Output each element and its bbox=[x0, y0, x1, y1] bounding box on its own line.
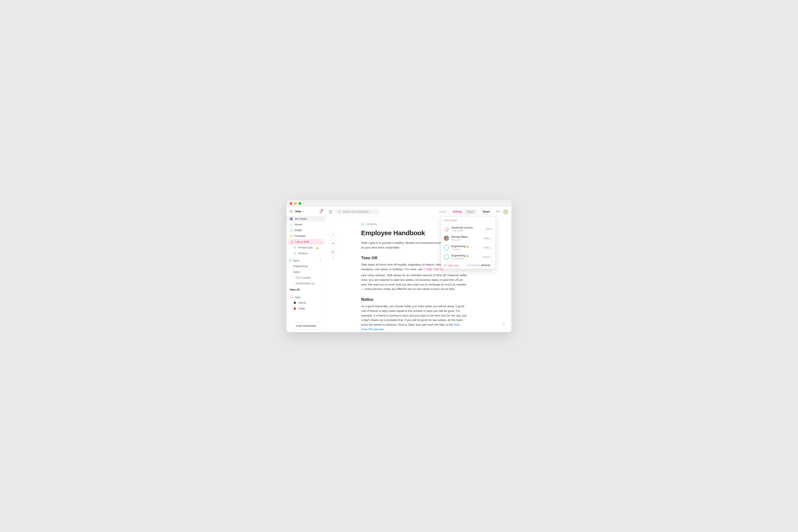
sidebar-topic-sales[interactable]: Sales ⌄ bbox=[287, 269, 325, 275]
link-icon bbox=[444, 264, 446, 267]
like-button[interactable] bbox=[330, 249, 336, 255]
chevron-down-icon[interactable]: ⌄ bbox=[321, 247, 322, 249]
topbar: Search for knowledge... Saved Editing Re… bbox=[326, 207, 511, 216]
chevron-down-icon: ⌄ bbox=[491, 246, 493, 249]
topic-ring-icon bbox=[293, 246, 297, 249]
doc-paragraph[interactable]: Like many startups, Slab allows for an u… bbox=[361, 273, 468, 291]
more-menu-button[interactable]: ••• bbox=[496, 210, 500, 213]
link-access-value: Internal bbox=[481, 264, 490, 266]
share-row-name: Michael Black bbox=[451, 235, 481, 239]
current-user-avatar[interactable] bbox=[503, 209, 508, 214]
apps-icon bbox=[290, 295, 293, 299]
share-popover: Add people Savannah Lennox Copy Editor O… bbox=[441, 216, 495, 269]
invite-teammates-button[interactable]: Invite teammates bbox=[289, 322, 323, 329]
app-window: S Slab ▾ Jon Snow bbox=[287, 200, 511, 332]
chevron-down-icon: ⌄ bbox=[491, 237, 493, 240]
link-access-dropdown[interactable]: Link access: Internal ⌄ bbox=[467, 264, 493, 267]
share-row-person[interactable]: Michael Black Physicist Editor⌄ bbox=[441, 234, 495, 243]
add-topic-button[interactable]: ＋ bbox=[319, 259, 322, 263]
add-people-input[interactable]: Add people bbox=[441, 216, 495, 224]
share-row-group[interactable]: Engineering🔒 42 members Viewer⌄ bbox=[441, 252, 495, 262]
sidebar-app-github[interactable]: Github bbox=[287, 300, 325, 306]
topic-ring-icon bbox=[293, 252, 297, 255]
copy-link-button[interactable]: Copy Link bbox=[444, 264, 458, 267]
sidebar-item-label: Home bbox=[294, 223, 322, 226]
chevron-down-icon: ⌄ bbox=[491, 264, 493, 266]
sidebar-item-favorites[interactable]: Favorites bbox=[287, 233, 325, 239]
search-icon bbox=[338, 210, 341, 213]
share-role-dropdown[interactable]: Viewer⌄ bbox=[482, 255, 493, 259]
sidebar-item-label: First Contact bbox=[296, 276, 319, 279]
gitlab-icon bbox=[293, 307, 297, 310]
favorite-button[interactable] bbox=[330, 240, 336, 247]
chevron-down-icon: ⌄ bbox=[491, 255, 493, 259]
window-minimize-button[interactable] bbox=[294, 202, 297, 205]
share-role-dropdown[interactable]: Editor⌄ bbox=[483, 237, 493, 240]
sidebar-topic-engineering[interactable]: Engineering bbox=[287, 263, 325, 269]
sidebar-item-label: I am a draft bbox=[295, 240, 318, 243]
sidebar-item-label: Github bbox=[298, 301, 322, 304]
sidebar-toggle-button[interactable] bbox=[329, 210, 333, 213]
notifications-button[interactable] bbox=[319, 209, 323, 213]
sidebar: S Slab ▾ Jon Snow bbox=[287, 207, 326, 332]
heading-notice[interactable]: Notice bbox=[361, 297, 468, 303]
sidebar-item-label: Engineering bbox=[293, 265, 322, 268]
home-icon bbox=[290, 223, 293, 226]
sidebar-view-all[interactable]: View All bbox=[287, 286, 325, 293]
sidebar-fav-private[interactable]: Private topic 🔒 ⌄ bbox=[287, 245, 325, 250]
workspace-switcher[interactable]: S Slab ▾ bbox=[287, 207, 325, 215]
share-button[interactable]: Share bbox=[479, 209, 493, 214]
sidebar-fav-draft[interactable]: I am a draft ⌄ bbox=[288, 239, 324, 245]
sidebar-topic-email-followup[interactable]: Email Follow up ⌃ bbox=[292, 281, 325, 286]
avatar-icon bbox=[444, 226, 449, 232]
sidebar-item-label: Sales bbox=[293, 270, 319, 273]
outline-button[interactable] bbox=[330, 232, 336, 238]
search-input[interactable]: Search for knowledge... bbox=[335, 209, 380, 214]
sidebar-heading-topics: Topics ＋ bbox=[287, 257, 325, 263]
drafts-icon bbox=[290, 229, 293, 232]
inline-doc-link[interactable]: Slab Time Off bbox=[423, 268, 444, 271]
share-row-group[interactable]: Engineering🔒 2 owners Editor⌄ bbox=[441, 243, 495, 252]
avatar-icon bbox=[444, 235, 449, 241]
sidebar-item-home[interactable]: Home bbox=[287, 222, 325, 227]
mode-read-tab[interactable]: Read bbox=[464, 209, 476, 214]
github-icon bbox=[293, 301, 297, 304]
copy-link-label: Copy Link bbox=[448, 264, 458, 267]
window-close-button[interactable] bbox=[290, 202, 292, 205]
sidebar-topic-first-contact[interactable]: First Contact ⌃ bbox=[292, 275, 325, 281]
sidebar-item-user[interactable]: Jon Snow bbox=[287, 216, 325, 222]
document-icon bbox=[423, 268, 426, 270]
main-area: Search for knowledge... Saved Editing Re… bbox=[326, 207, 511, 332]
share-row-name: Engineering🔒 bbox=[451, 245, 481, 248]
chevron-up-icon[interactable]: ⌃ bbox=[321, 277, 322, 279]
share-role-dropdown[interactable]: Editor⌄ bbox=[483, 246, 493, 249]
search-placeholder: Search for knowledge... bbox=[343, 210, 370, 213]
share-row-name: Engineering🔒 bbox=[451, 254, 480, 257]
share-row-person[interactable]: Savannah Lennox Copy Editor Owner bbox=[441, 224, 495, 234]
sidebar-app-gitlab[interactable]: Gitlab bbox=[287, 306, 325, 311]
share-row-subtitle: Copy Editor bbox=[451, 229, 483, 232]
doc-paragraph[interactable]: As a good teammate, you should notify yo… bbox=[361, 304, 468, 332]
chevron-down-icon[interactable]: ⌄ bbox=[320, 241, 322, 243]
chevron-down-icon[interactable]: ⌄ bbox=[321, 271, 322, 273]
help-button[interactable]: ? bbox=[501, 321, 507, 327]
chevron-down-icon: ▾ bbox=[303, 210, 304, 213]
lock-icon: 🔒 bbox=[316, 247, 319, 249]
sidebar-fav-finance[interactable]: Finance bbox=[287, 250, 325, 256]
notification-dot-icon bbox=[322, 209, 323, 211]
sidebar-item-label: Drafts bbox=[294, 229, 322, 232]
group-ring-icon bbox=[444, 254, 449, 260]
topic-ring-icon bbox=[361, 223, 364, 225]
sidebar-item-drafts[interactable]: Drafts bbox=[287, 227, 325, 233]
like-count: 3 bbox=[332, 257, 334, 260]
lock-icon: 🔒 bbox=[466, 245, 469, 248]
document-rail: 3 bbox=[330, 232, 336, 260]
window-zoom-button[interactable] bbox=[299, 202, 301, 205]
chevron-up-icon[interactable]: ⌃ bbox=[321, 282, 322, 285]
link-access-label: Link access: bbox=[467, 264, 480, 266]
avatar-icon bbox=[290, 217, 293, 220]
breadcrumb-label: Company bbox=[365, 223, 377, 226]
workspace-name: Slab bbox=[295, 210, 301, 213]
mode-editing-tab[interactable]: Editing bbox=[450, 209, 464, 214]
svg-point-0 bbox=[339, 211, 340, 212]
